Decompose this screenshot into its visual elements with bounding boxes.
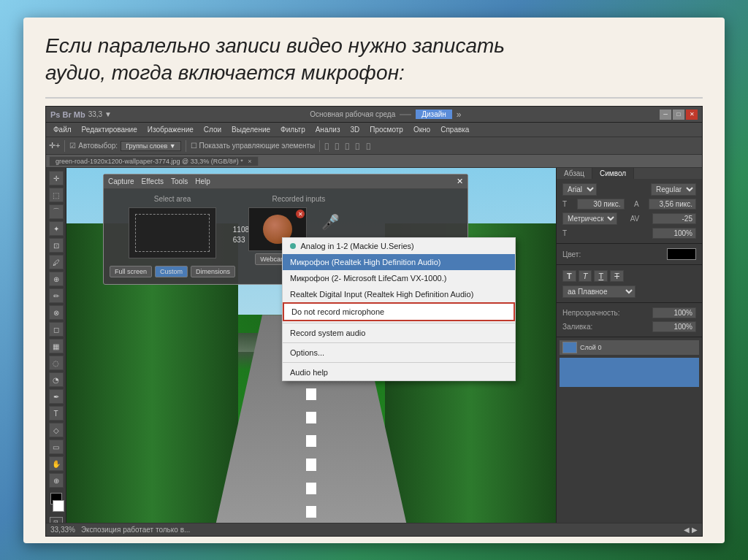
tool-marquee[interactable]: ⬚	[49, 188, 64, 202]
tool-dodge[interactable]: ◔	[49, 372, 64, 387]
tool-pen[interactable]: ✒	[49, 389, 64, 404]
ps-canvas: Capture Effects Tools Help ✕ Select area	[66, 168, 556, 535]
layer-thumb-1	[562, 342, 577, 353]
dropdown-item-record-system[interactable]: Record system audio	[283, 325, 515, 341]
tool-crop[interactable]: ⊡	[49, 238, 64, 253]
dropdown-item-options[interactable]: Options...	[283, 345, 515, 361]
ps-left-tools: ✛ ⬚ ⌒ ✦ ⊡ 🖊 ⊕ ✏ ⊗ ◻ ▦ ◌ ◔ ✒ T ◇ ▭ ✋ ⊕	[46, 168, 66, 535]
metric-select[interactable]: Метрическ.	[562, 212, 617, 225]
dropdown-item-realtek-digital[interactable]: Realtek Digital Input (Realtek High Defi…	[283, 286, 515, 302]
show-controls-checkbox[interactable]: ☐ Показать управляющие элементы	[191, 142, 316, 150]
menu-analysis[interactable]: Анализ	[311, 126, 345, 134]
nav-arrows[interactable]: ◀ ▶	[684, 526, 698, 534]
scale-input[interactable]	[652, 228, 696, 239]
tool-lasso[interactable]: ⌒	[49, 204, 64, 219]
font-style-select[interactable]: Regular	[651, 183, 696, 196]
menu-image[interactable]: Изображение	[143, 126, 198, 134]
typo-btn-row: T T T T	[560, 268, 699, 284]
cam-menu-tools[interactable]: Tools	[171, 177, 188, 185]
minimize-button[interactable]: ─	[660, 110, 671, 120]
typo-btn-strikethrough[interactable]: T	[610, 270, 624, 282]
webcam-off-indicator: ✕	[296, 210, 305, 218]
screen-preview-wrapper: 1108 633	[129, 207, 216, 263]
tool-gradient[interactable]: ▦	[49, 339, 64, 353]
maximize-button[interactable]: □	[673, 110, 684, 120]
fill-input[interactable]	[652, 321, 696, 332]
doc-tab[interactable]: green-road-1920x1200-wallpaper-3774.jpg …	[49, 156, 259, 166]
menu-select[interactable]: Выделение	[227, 126, 275, 134]
size-label-t: T	[562, 200, 567, 208]
tool-magic-wand[interactable]: ✦	[49, 221, 64, 236]
font-name-select[interactable]: Arial	[562, 183, 597, 196]
metric-row: Метрическ. AV	[560, 211, 699, 226]
menu-file[interactable]: Файл	[49, 126, 76, 134]
ps-logo: Ps Br Mb	[50, 110, 85, 119]
tool-type[interactable]: T	[49, 406, 64, 421]
layer-item-1[interactable]: Слой 0	[560, 340, 699, 355]
select-area-controls: 1108 633	[129, 207, 216, 263]
typo-btn-italic[interactable]: T	[579, 270, 592, 282]
background-color[interactable]	[53, 500, 64, 512]
menu-3d[interactable]: 3D	[346, 126, 364, 134]
tool-clone[interactable]: ⊗	[49, 305, 64, 320]
tool-eyedropper[interactable]: 🖊	[49, 255, 64, 269]
smooth-select[interactable]: аа Плавное	[562, 285, 636, 298]
cam-menu-effects[interactable]: Effects	[142, 177, 164, 185]
menu-filter[interactable]: Фильтр	[276, 126, 310, 134]
tool-shape[interactable]: ▭	[49, 440, 64, 454]
close-tab-icon[interactable]: ×	[248, 158, 251, 165]
custom-button[interactable]: Custom	[155, 266, 188, 277]
font-size-input[interactable]	[577, 199, 625, 210]
tool-heal[interactable]: ⊕	[49, 272, 64, 286]
opacity-input[interactable]	[652, 307, 696, 318]
tool-brush[interactable]: ✏	[49, 288, 64, 303]
color-section: Цвет:	[557, 244, 702, 265]
tracking-input[interactable]	[652, 213, 696, 224]
screen-preview[interactable]	[129, 207, 216, 258]
tab-character[interactable]: Символ	[592, 168, 634, 179]
tool-hand[interactable]: ✋	[49, 456, 64, 471]
dropdown-item-mic-realtek[interactable]: Микрофон (Realtek High Definition Audio)	[283, 254, 515, 270]
color-label: Цвет:	[562, 250, 581, 258]
dropdown-item-analog[interactable]: Analog in 1-2 (Mackie U.Series)	[283, 238, 515, 254]
dimensions-button[interactable]: Dimensions	[191, 266, 235, 277]
design-button[interactable]: Дизайн	[416, 110, 452, 119]
menu-edit[interactable]: Редактирование	[77, 126, 142, 134]
tool-move[interactable]: ✛	[49, 171, 64, 185]
menu-window[interactable]: Окно	[409, 126, 435, 134]
typo-btn-bold[interactable]: T	[562, 270, 576, 282]
status-info: Экспозиция работает только в...	[81, 526, 190, 534]
typo-btn-underline[interactable]: T	[594, 270, 608, 282]
cam-menu-help[interactable]: Help	[195, 177, 210, 185]
extend-btn[interactable]: »	[457, 110, 462, 120]
camtasia-close-btn[interactable]: ✕	[457, 177, 463, 186]
close-button[interactable]: ✕	[686, 110, 698, 120]
screen-selection	[135, 214, 210, 252]
color-swatch[interactable]	[667, 248, 696, 260]
tool-path[interactable]: ◇	[49, 423, 64, 437]
fullscreen-button[interactable]: Full screen	[110, 266, 152, 277]
move-tool-icon[interactable]: ✛+	[49, 141, 60, 150]
dropdown-item-audio-help[interactable]: Audio help	[283, 364, 515, 380]
menu-help[interactable]: Справка	[436, 126, 473, 134]
tool-zoom[interactable]: ⊕	[49, 473, 64, 488]
panel-tabs: Абзац Символ	[557, 168, 702, 179]
dropdown-separator-1	[283, 323, 515, 323]
workspace-button[interactable]	[400, 114, 411, 115]
microphone-icon: 🎤	[320, 207, 342, 237]
dropdown-item-do-not-record[interactable]: Do not record microphone	[283, 302, 515, 321]
area-buttons: Full screen Custom Dimensions	[110, 266, 235, 277]
layer-group-dropdown[interactable]: Группы слоев ▼	[121, 141, 181, 151]
tool-blur[interactable]: ◌	[49, 356, 64, 370]
cam-menu-capture[interactable]: Capture	[108, 177, 134, 185]
layer-color-block[interactable]	[560, 358, 699, 387]
dropdown-item-mic-lifecam[interactable]: Микрофон (2- Microsoft LifeCam VX-1000.)	[283, 270, 515, 286]
font-name-row: Arial Regular	[560, 182, 699, 197]
road-image: Capture Effects Tools Help ✕ Select area	[66, 168, 556, 535]
leading-input[interactable]	[649, 199, 696, 210]
menu-layers[interactable]: Слои	[199, 126, 226, 134]
ps-main-area: ✛ ⬚ ⌒ ✦ ⊡ 🖊 ⊕ ✏ ⊗ ◻ ▦ ◌ ◔ ✒ T ◇ ▭ ✋ ⊕	[46, 168, 702, 535]
tab-paragraph[interactable]: Абзац	[557, 168, 592, 179]
tool-eraser[interactable]: ◻	[49, 322, 64, 337]
menu-view[interactable]: Просмотр	[365, 126, 408, 134]
